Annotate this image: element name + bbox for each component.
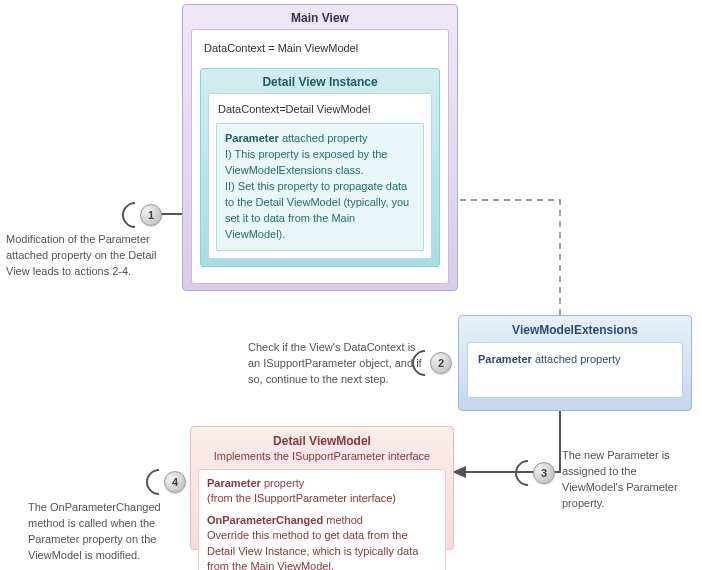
detail-view-body: DataContext=Detail ViewModel Parameter a…	[208, 93, 432, 259]
param-heading-strong: Parameter	[225, 132, 279, 144]
vme-title: ViewModelExtensions	[459, 316, 691, 342]
param-box-line1: I) This property is exposed by the ViewM…	[225, 147, 415, 179]
step-4-badge: 4	[164, 471, 186, 493]
vme-body: Parameter attached property	[467, 342, 683, 398]
detail-view-box: Detail View Instance DataContext=Detail …	[200, 68, 440, 267]
dvm-opc-row: OnParameterChanged method	[207, 513, 437, 528]
dvm-opc-strong: OnParameterChanged	[207, 514, 323, 526]
dvm-param-note: (from the ISupportParameter interface)	[207, 491, 437, 506]
caption-1: Modification of the Parameter attached p…	[6, 232, 182, 280]
vme-param-strong: Parameter	[478, 353, 532, 365]
dvm-param-row: Parameter property	[207, 476, 437, 491]
dvm-param-strong: Parameter	[207, 477, 261, 489]
detail-view-datacontext: DataContext=Detail ViewModel	[216, 101, 424, 123]
main-view-box: Main View DataContext = Main ViewModel D…	[182, 4, 458, 291]
param-box-line2: II) Set this property to propagate data …	[225, 179, 415, 243]
vme-param-suffix: attached property	[532, 353, 621, 365]
parameter-attached-property-box: Parameter attached property I) This prop…	[216, 123, 424, 251]
step-1-badge: 1	[140, 204, 162, 226]
main-view-datacontext: DataContext = Main ViewModel	[200, 38, 440, 64]
detail-view-title: Detail View Instance	[201, 69, 439, 93]
param-box-heading: Parameter attached property	[225, 131, 415, 147]
main-view-body: DataContext = Main ViewModel Detail View…	[191, 29, 449, 284]
caption-2: Check if the View's DataContext is an IS…	[248, 340, 430, 388]
dvm-title: Detail ViewModel	[197, 433, 447, 449]
param-heading-suffix: attached property	[279, 132, 368, 144]
viewmodelextensions-box: ViewModelExtensions Parameter attached p…	[458, 315, 692, 411]
dvm-param-suffix: property	[261, 477, 304, 489]
dvm-opc-note: Override this method to get data from th…	[207, 528, 437, 570]
dvm-body: Parameter property (from the ISupportPar…	[198, 469, 446, 570]
dvm-opc-suffix: method	[323, 514, 363, 526]
main-view-title: Main View	[183, 5, 457, 29]
caption-4: The OnParameterChanged method is called …	[28, 500, 186, 564]
dvm-subtitle: Implements the ISupportParameter interfa…	[214, 450, 430, 462]
step-3-badge: 3	[533, 462, 555, 484]
caption-3: The new Parameter is assigned to the Vie…	[562, 448, 698, 512]
step-2-badge: 2	[430, 352, 452, 374]
dvm-header: Detail ViewModel Implements the ISupport…	[191, 427, 453, 469]
detail-viewmodel-box: Detail ViewModel Implements the ISupport…	[190, 426, 454, 550]
